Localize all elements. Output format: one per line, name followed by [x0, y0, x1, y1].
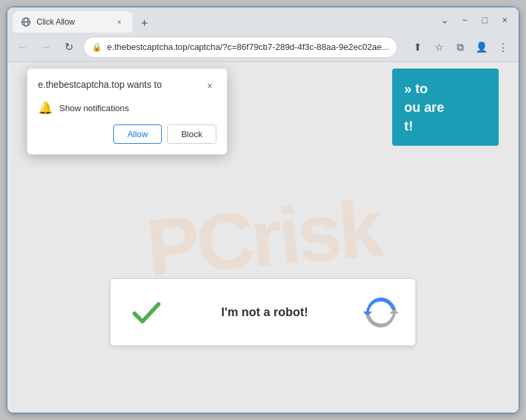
tab-area: Click Allow × +	[13, 7, 432, 33]
permission-popup: e.thebestcaptcha.top wants to × 🔔 Show n…	[27, 69, 227, 154]
minimize-button[interactable]: −	[456, 11, 473, 29]
popup-header: e.thebestcaptcha.top wants to ×	[38, 79, 216, 93]
browser-window: Click Allow × + ⌄ − □ × ← → ↻ 🔒 e.thebes…	[7, 7, 519, 413]
page-content: PCrisk » to ou are t! e.thebestcaptcha.t…	[7, 62, 519, 413]
popup-notification-row: 🔔 Show notifications	[38, 101, 216, 115]
new-tab-button[interactable]: +	[135, 14, 154, 33]
popup-close-button[interactable]: ×	[203, 79, 216, 93]
chevron-up-icon[interactable]: ⌄	[436, 11, 453, 29]
tab-title: Click Allow	[37, 17, 109, 27]
block-button[interactable]: Block	[167, 124, 216, 144]
close-window-button[interactable]: ×	[496, 11, 513, 29]
ad-line1: » to	[404, 79, 487, 98]
recaptcha-logo	[363, 294, 399, 331]
popup-title: e.thebestcaptcha.top wants to	[38, 79, 162, 90]
url-bar[interactable]: 🔒 e.thebestcaptcha.top/captcha/?c=86f79c…	[83, 37, 397, 58]
share-button[interactable]: ⬆	[408, 38, 427, 57]
captcha-box: I'm not a robot!	[110, 278, 416, 346]
forward-button[interactable]: →	[37, 38, 55, 57]
address-bar: ← → ↻ 🔒 e.thebestcaptcha.top/captcha/?c=…	[7, 33, 519, 62]
checkmark-icon	[129, 295, 164, 329]
url-text: e.thebestcaptcha.top/captcha/?c=86f79cb7…	[107, 42, 389, 52]
url-actions: ⬆ ☆ ⧉ 👤 ⋮	[408, 38, 512, 57]
watermark-text: PCrisk	[143, 182, 384, 294]
profile-button[interactable]: 👤	[472, 38, 491, 57]
captcha-label: I'm not a robot!	[166, 306, 363, 319]
browser-tab[interactable]: Click Allow ×	[13, 11, 132, 33]
menu-button[interactable]: ⋮	[493, 38, 512, 57]
checkmark-area	[127, 292, 166, 332]
tab-close-button[interactable]: ×	[114, 17, 125, 27]
ad-line2: ou are	[404, 98, 487, 116]
allow-button[interactable]: Allow	[113, 124, 162, 144]
popup-buttons: Allow Block	[38, 124, 216, 144]
back-button[interactable]: ←	[14, 38, 32, 57]
notification-label: Show notifications	[59, 103, 129, 113]
tab-favicon	[21, 17, 31, 27]
window-controls: ⌄ − □ ×	[436, 11, 513, 29]
bookmark-button[interactable]: ☆	[429, 38, 448, 57]
ad-line3: t!	[404, 116, 487, 135]
refresh-button[interactable]: ↻	[60, 38, 78, 57]
bell-icon: 🔔	[38, 101, 53, 115]
split-button[interactable]: ⧉	[451, 38, 469, 57]
ad-banner: » to ou are t!	[392, 69, 499, 146]
maximize-button[interactable]: □	[476, 11, 493, 29]
title-bar: Click Allow × + ⌄ − □ ×	[7, 7, 519, 33]
lock-icon: 🔒	[92, 43, 102, 52]
